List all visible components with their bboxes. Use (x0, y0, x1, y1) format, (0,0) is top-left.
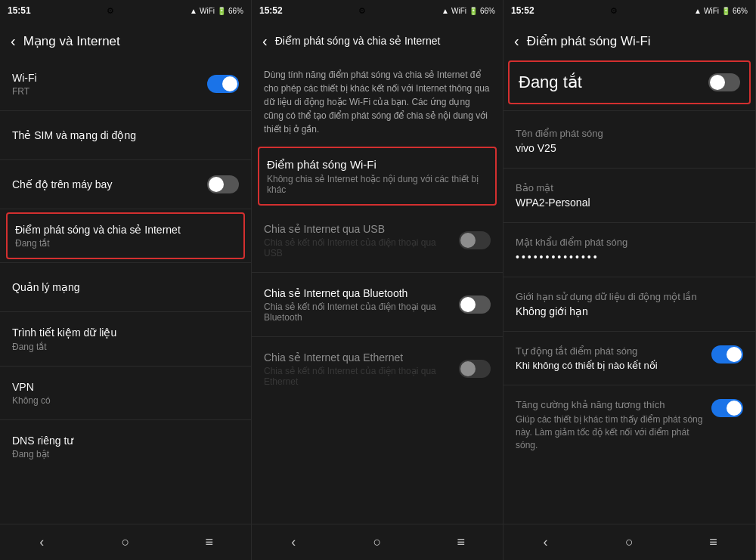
nav-menu-3[interactable]: ≡ (696, 524, 732, 561)
bt-sharing-subtitle: Chia sẻ kết nối Internet của điện thoại … (264, 302, 451, 323)
header-3: ‹ Điểm phát sóng Wi-Fi (503, 21, 755, 60)
row-datalimit[interactable]: Giới hạn sử dụng dữ liệu di động một lần… (503, 280, 755, 328)
back-button-3[interactable]: ‹ (514, 32, 519, 50)
usb-sharing-toggle[interactable] (459, 231, 491, 249)
wifi-hotspot-title: Điểm phát sóng Wi-Fi (267, 157, 488, 172)
status-bar-1: 15:51 ⚙ ▲ WiFi 🔋 66% (0, 0, 251, 21)
bt-sharing-title: Chia sẻ Internet qua Bluetooth (264, 286, 451, 300)
battery-percent-3: 66% (733, 7, 748, 15)
row-compat-sublabel: Giúp các thiết bị khác tìm thấy điểm phá… (516, 413, 704, 451)
header-1: ‹ Mạng và Internet (0, 21, 251, 60)
setting-sim[interactable]: Thẻ SIM và mạng di động (0, 114, 251, 156)
setting-sim-title: Thẻ SIM và mạng di động (12, 128, 239, 142)
nav-menu-1[interactable]: ≡ (191, 524, 228, 561)
battery-icon-1: 🔋 (217, 7, 226, 15)
divider-p3-2 (503, 222, 755, 223)
row-autoturnoff[interactable]: Tự động tắt điểm phát sóng Khi không có … (503, 335, 755, 382)
setting-network[interactable]: Quản lý mạng (0, 266, 251, 308)
nav-back-3[interactable]: ‹ (528, 524, 564, 561)
row-autoturnoff-label: Tự động tắt điểm phát sóng (516, 345, 704, 357)
settings-list-2: Dùng tính năng điểm phát sóng và chia sẻ… (252, 60, 503, 524)
bt-sharing-toggle[interactable] (459, 295, 491, 314)
row-compat[interactable]: Tăng cường khả năng tương thích Giúp các… (503, 388, 755, 462)
wifi-icon-1: WiFi (200, 7, 215, 15)
back-button-2[interactable]: ‹ (262, 32, 268, 50)
setting-dns[interactable]: DNS riêng tư Đang bật (0, 423, 251, 470)
setting-dns-subtitle: Đang bật (12, 449, 239, 459)
setting-datasaver[interactable]: Trình tiết kiệm dữ liệu Đang tắt (0, 315, 251, 362)
divider-3 (0, 209, 251, 209)
status-time-2: 15:52 (259, 5, 283, 16)
page-title-1: Mạng và Internet (23, 33, 120, 49)
signal-icon-3: ▲ (694, 7, 702, 15)
status-dang-tat-label: Đang tắt (519, 73, 582, 92)
row-name[interactable]: Tên điểm phát sóng vivo V25 (503, 117, 755, 165)
divider-p2-1 (252, 272, 503, 273)
wifi-hotspot-subtitle: Không chia sẻ Internet hoặc nội dung với… (267, 174, 488, 195)
row-autoturnoff-sublabel: Khi không có thiết bị nào kết nối (516, 360, 704, 371)
nav-home-2[interactable]: ○ (359, 524, 395, 561)
signal-icon-1: ▲ (190, 7, 197, 15)
setting-airplane[interactable]: Chế độ trên máy bay (0, 163, 251, 206)
wifi-icon-3: WiFi (704, 7, 719, 15)
battery-percent-2: 66% (480, 7, 495, 15)
status-icons-2: ▲ WiFi 🔋 66% (442, 7, 495, 15)
divider-1 (0, 110, 251, 111)
setting-wifi-title: Wi-Fi (12, 71, 200, 85)
setting-bt-sharing[interactable]: Chia sẻ Internet qua Bluetooth Chia sẻ k… (252, 276, 503, 333)
divider-p3-0 (503, 110, 755, 111)
eth-sharing-subtitle: Chia sẻ kết nối Internet của điện thoại … (264, 366, 451, 387)
panel-wifi-hotspot-detail: 15:52 ⚙ ▲ WiFi 🔋 66% ‹ Điểm phát sóng Wi… (503, 0, 756, 560)
nav-home-1[interactable]: ○ (107, 524, 144, 561)
row-password-value: •••••••••••••• (516, 251, 743, 263)
hotspot-description: Dùng tính năng điểm phát sóng và chia sẻ… (252, 60, 503, 141)
setting-usb-sharing[interactable]: Chia sẻ Internet qua USB Chia sẻ kết nối… (252, 212, 503, 269)
setting-wifi-hotspot-highlight[interactable]: Điểm phát sóng Wi-Fi Không chia sẻ Inter… (258, 147, 497, 206)
compat-toggle[interactable] (711, 399, 743, 417)
status-icons-1: ▲ WiFi 🔋 66% (190, 7, 243, 15)
setting-airplane-title: Chế độ trên máy bay (12, 178, 200, 191)
usb-sharing-title: Chia sẻ Internet qua USB (264, 222, 451, 236)
nav-back-2[interactable]: ‹ (275, 524, 311, 561)
gear-icon-3: ⚙ (610, 6, 618, 16)
battery-icon-2: 🔋 (469, 7, 478, 15)
row-datalimit-value: Không giới hạn (516, 305, 743, 317)
status-dangtac-highlight[interactable]: Đang tắt (508, 60, 751, 104)
divider-p3-5 (503, 385, 755, 385)
row-compat-label: Tăng cường khả năng tương thích (516, 399, 704, 410)
setting-wifi[interactable]: Wi-Fi FRT (0, 60, 251, 107)
divider-p3-4 (503, 331, 755, 332)
nav-menu-2[interactable]: ≡ (443, 524, 479, 561)
row-password[interactable]: Mật khẩu điểm phát sóng •••••••••••••• (503, 226, 755, 274)
status-icons-3: ▲ WiFi 🔋 66% (694, 7, 748, 15)
wifi-toggle[interactable] (207, 75, 239, 93)
row-security[interactable]: Bảo mật WPA2-Personal (503, 172, 755, 219)
setting-hotspot-title: Điểm phát sóng và chia sẻ Internet (15, 223, 236, 237)
panel-mang-va-internet: 15:51 ⚙ ▲ WiFi 🔋 66% ‹ Mạng và Internet … (0, 0, 252, 560)
settings-list-1: Wi-Fi FRT Thẻ SIM và mạng di động Chế độ… (0, 60, 251, 524)
divider-6 (0, 366, 251, 367)
row-password-label: Mật khẩu điểm phát sóng (516, 237, 743, 248)
back-button-1[interactable]: ‹ (11, 32, 16, 50)
row-security-value: WPA2-Personal (516, 196, 743, 209)
airplane-toggle[interactable] (207, 175, 239, 193)
eth-sharing-toggle[interactable] (459, 360, 491, 378)
setting-dns-title: DNS riêng tư (12, 434, 239, 447)
nav-home-3[interactable]: ○ (612, 524, 648, 561)
page-title-3: Điểm phát sóng Wi-Fi (527, 33, 651, 49)
nav-bar-2: ‹ ○ ≡ (252, 524, 503, 560)
setting-wifi-subtitle: FRT (12, 86, 200, 97)
autoturnoff-toggle[interactable] (711, 345, 743, 364)
panel-hotspot-sharing: 15:52 ⚙ ▲ WiFi 🔋 66% ‹ Điểm phát sóng và… (252, 0, 503, 560)
wifi-icon-2: WiFi (451, 7, 466, 15)
gear-icon-1: ⚙ (107, 6, 114, 16)
hotspot-main-toggle[interactable] (708, 73, 740, 91)
setting-eth-sharing[interactable]: Chia sẻ Internet qua Ethernet Chia sẻ kế… (252, 340, 503, 398)
status-bar-3: 15:52 ⚙ ▲ WiFi 🔋 66% (503, 0, 755, 21)
divider-5 (0, 311, 251, 312)
setting-hotspot-highlight[interactable]: Điểm phát sóng và chia sẻ Internet Đang … (6, 212, 245, 259)
nav-back-1[interactable]: ‹ (23, 524, 60, 561)
row-security-label: Bảo mật (516, 182, 743, 193)
divider-2 (0, 159, 251, 160)
setting-vpn[interactable]: VPN Không có (0, 370, 251, 416)
